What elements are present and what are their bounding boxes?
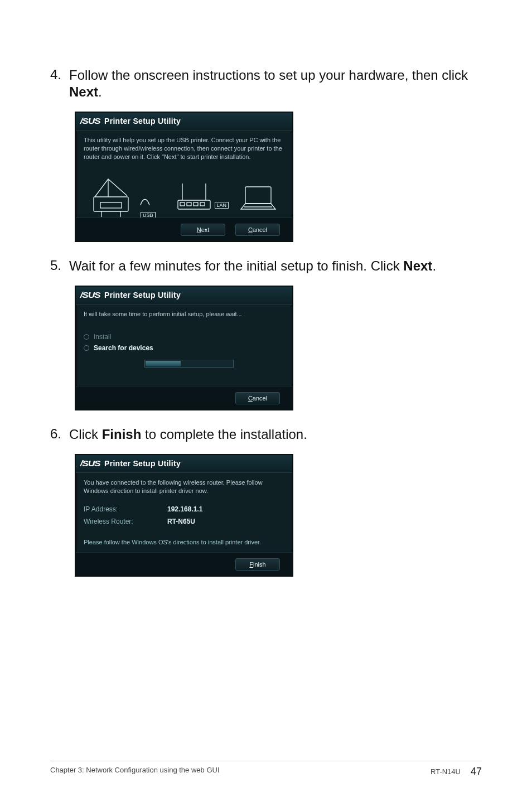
next-button[interactable]: Next: [181, 224, 225, 236]
radio-dot-icon: [84, 345, 89, 351]
step-5-text: Wait for a few minutes for the initial s…: [69, 258, 436, 274]
step-4-text: Follow the onscreen instructions to set …: [69, 67, 482, 100]
laptop-icon: [236, 176, 280, 219]
dialog-title: Printer Setup Utility: [104, 459, 181, 468]
cancel-button[interactable]: Cancel: [235, 224, 280, 236]
cancel-button-hotkey: C: [248, 226, 253, 233]
footer-model: RT-N14U: [431, 767, 461, 776]
radio-dot-icon: [84, 334, 89, 340]
kv-wireless-router: Wireless Router: RT-N65U: [84, 518, 284, 525]
step-5-text-a: Wait for a few minutes for the initial s…: [69, 258, 403, 273]
cancel-button-rest: ancel: [253, 395, 267, 402]
svg-rect-12: [245, 187, 271, 204]
svg-rect-10: [194, 202, 198, 206]
radio-install-label: Install: [94, 333, 111, 341]
screenshot-printer-setup-2: /SUS Printer Setup Utility It will take …: [75, 286, 293, 410]
cancel-button-hotkey: C: [248, 395, 253, 402]
cancel-button[interactable]: Cancel: [235, 392, 280, 404]
progress-bar: [144, 360, 234, 368]
step-5-text-b: .: [432, 258, 436, 273]
cable-icon: [139, 186, 151, 209]
ip-address-value: 192.168.1.1: [167, 505, 202, 513]
svg-rect-11: [200, 202, 205, 206]
dialog-description: You have connected to the following wire…: [84, 479, 284, 495]
cancel-button-rest: ancel: [253, 226, 267, 233]
ip-address-label: IP Address:: [84, 505, 151, 513]
svg-rect-8: [180, 202, 185, 206]
svg-rect-2: [100, 202, 122, 208]
dialog-note: Please follow the Windows OS's direction…: [84, 539, 284, 545]
step-6-text-a: Click: [69, 427, 102, 442]
lan-label: LAN: [215, 202, 229, 209]
step-6-bold: Finish: [102, 427, 142, 442]
kv-ip-address: IP Address: 192.168.1.1: [84, 505, 284, 513]
next-button-hotkey: N: [197, 226, 201, 233]
page-footer: Chapter 3: Network Configuration using t…: [50, 761, 482, 777]
step-4-text-b: .: [98, 84, 102, 99]
step-6-text: Click Finish to complete the installatio…: [69, 426, 307, 443]
dialog-title: Printer Setup Utility: [104, 117, 181, 125]
step-5-number: 5.: [50, 258, 69, 274]
finish-button-rest: inish: [253, 561, 266, 568]
dialog-button-bar: Finish: [76, 552, 292, 576]
svg-rect-5: [178, 200, 210, 209]
dialog-titlebar: /SUS Printer Setup Utility: [76, 113, 292, 131]
router-icon: [172, 176, 216, 219]
screenshot-printer-setup-1: /SUS Printer Setup Utility This utility …: [75, 112, 293, 242]
radio-install[interactable]: Install: [84, 333, 284, 341]
step-6-text-b: to complete the installation.: [141, 427, 307, 442]
dialog-titlebar: /SUS Printer Setup Utility: [76, 287, 292, 305]
step-4-text-a: Follow the onscreen instructions to set …: [69, 67, 468, 83]
footer-chapter: Chapter 3: Network Configuration using t…: [50, 766, 220, 777]
svg-rect-9: [187, 202, 191, 206]
wireless-router-label: Wireless Router:: [84, 518, 151, 525]
printer-icon: [88, 176, 136, 219]
dialog-title: Printer Setup Utility: [104, 291, 181, 299]
dialog-description: This utility will help you set up the US…: [84, 136, 284, 161]
footer-page-number: 47: [471, 766, 482, 777]
step-5: 5. Wait for a few minutes for the initia…: [50, 258, 482, 274]
next-button-rest: ext: [201, 226, 210, 233]
radio-search-label: Search for devices: [94, 344, 153, 352]
finish-button[interactable]: Finish: [235, 558, 280, 571]
svg-marker-13: [241, 204, 275, 209]
asus-logo: /SUS: [80, 290, 100, 299]
wireless-router-value: RT-N65U: [167, 518, 195, 525]
step-4: 4. Follow the onscreen instructions to s…: [50, 67, 482, 100]
step-4-number: 4.: [50, 67, 69, 100]
dialog-button-bar: Cancel: [76, 386, 292, 409]
dialog-description: It will take some time to perform initia…: [84, 310, 284, 318]
step-6: 6. Click Finish to complete the installa…: [50, 426, 482, 443]
step-4-bold: Next: [69, 84, 98, 99]
radio-search-devices[interactable]: Search for devices: [84, 344, 284, 352]
step-5-bold: Next: [403, 258, 432, 273]
dialog-titlebar: /SUS Printer Setup Utility: [76, 455, 292, 473]
screenshot-printer-setup-3: /SUS Printer Setup Utility You have conn…: [75, 454, 293, 577]
asus-logo: /SUS: [80, 116, 100, 125]
dialog-button-bar: Next Cancel: [76, 218, 292, 241]
asus-logo: /SUS: [80, 458, 100, 468]
svg-rect-0: [94, 197, 128, 211]
step-6-number: 6.: [50, 426, 69, 443]
